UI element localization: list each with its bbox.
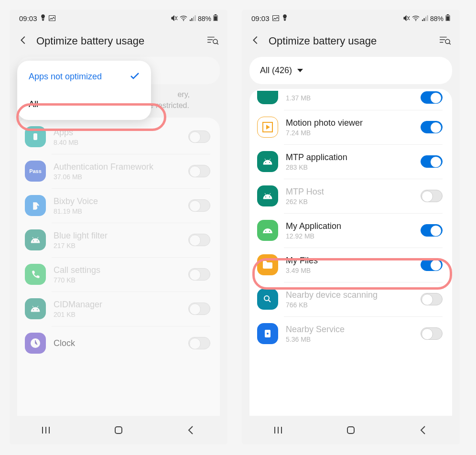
app-row[interactable]: Nearby Service5.36 MB <box>249 316 452 351</box>
optimize-toggle[interactable] <box>421 121 443 133</box>
svg-rect-13 <box>115 427 122 433</box>
app-row[interactable]: Blue light filter217 KB <box>17 223 220 257</box>
phone-left: 09:03 88% Optimize battery usage Apps no… <box>10 10 227 444</box>
nav-home-icon[interactable] <box>345 424 357 438</box>
app-row[interactable]: 1.37 MB <box>249 89 452 110</box>
app-icon <box>257 91 278 104</box>
app-row[interactable]: Clock <box>17 326 220 360</box>
app-name: Clock <box>54 338 181 348</box>
app-name: Apps <box>54 128 181 138</box>
dropdown-item-not-optimized[interactable]: Apps not optimized <box>17 63 151 91</box>
battery-icon <box>445 14 450 22</box>
title-bar: Optimize battery usage <box>242 24 460 57</box>
svg-rect-17 <box>447 14 449 15</box>
status-time: 09:03 <box>251 14 270 22</box>
app-name: My Files <box>286 256 413 266</box>
app-name: MTP application <box>286 152 413 162</box>
svg-point-15 <box>415 20 416 21</box>
nav-recents-icon[interactable] <box>40 424 52 438</box>
svg-point-11 <box>37 309 38 310</box>
app-size: 3.49 MB <box>286 267 413 274</box>
optimize-toggle[interactable] <box>188 303 210 315</box>
app-name: Authentication Framework <box>54 162 181 172</box>
wifi-icon <box>412 15 420 22</box>
app-icon <box>25 264 46 285</box>
optimize-toggle[interactable] <box>421 327 443 340</box>
app-row[interactable]: Nearby device scanning766 KB <box>249 282 452 316</box>
svg-point-9 <box>37 240 38 241</box>
app-icon <box>25 298 46 319</box>
app-icon <box>257 117 278 138</box>
nav-back-icon[interactable] <box>418 424 429 438</box>
dropdown-item-label: All <box>29 99 38 109</box>
nav-bar <box>242 416 460 444</box>
app-size: 262 KB <box>286 198 413 206</box>
app-row[interactable]: Call settings770 KB <box>17 257 220 292</box>
app-row[interactable]: My Files3.49 MB <box>249 248 452 282</box>
optimize-toggle[interactable] <box>188 268 210 281</box>
optimize-toggle[interactable] <box>188 165 210 177</box>
optimize-toggle[interactable] <box>421 224 443 237</box>
app-size: 81.19 MB <box>54 207 181 215</box>
app-size: 12.92 MB <box>286 232 413 240</box>
app-row[interactable]: Bixby Voice81.19 MB <box>17 188 220 223</box>
optimize-toggle[interactable] <box>188 199 210 212</box>
nav-home-icon[interactable] <box>113 424 124 438</box>
optimize-toggle[interactable] <box>421 190 443 202</box>
optimize-toggle[interactable] <box>188 337 210 349</box>
back-icon[interactable] <box>18 35 29 47</box>
app-row[interactable]: MTP Host262 KB <box>249 179 452 213</box>
app-row[interactable]: Motion photo viewer7.24 MB <box>249 110 452 144</box>
app-icon <box>25 229 46 250</box>
app-name: Nearby Service <box>286 325 413 335</box>
optimize-toggle[interactable] <box>421 293 443 305</box>
optimize-toggle[interactable] <box>188 234 210 246</box>
filter-dropdown[interactable]: Apps not optimized All <box>17 61 151 120</box>
app-icon <box>257 289 278 310</box>
app-size: 7.24 MB <box>286 129 413 137</box>
filter-search-icon[interactable] <box>439 35 451 47</box>
app-icon: Pass <box>25 161 46 182</box>
optimize-toggle[interactable] <box>421 155 443 168</box>
app-size: 8.40 MB <box>54 139 181 146</box>
optimize-toggle[interactable] <box>421 259 443 271</box>
app-icon <box>257 323 278 344</box>
app-name: Motion photo viewer <box>286 118 413 128</box>
svg-rect-6 <box>33 133 37 140</box>
filter-dropdown[interactable]: All (426) <box>249 57 452 84</box>
mute-icon <box>403 15 410 22</box>
filter-search-icon[interactable] <box>206 35 219 47</box>
app-row[interactable]: My Application12.92 MB <box>249 213 452 248</box>
bulb-icon <box>40 14 46 22</box>
image-icon <box>49 14 55 22</box>
svg-point-1 <box>183 20 184 21</box>
app-icon <box>25 333 46 354</box>
filter-label: All (426) <box>260 65 292 76</box>
app-row[interactable]: PassAuthentication Framework37.06 MB <box>17 154 220 188</box>
svg-point-26 <box>269 231 270 232</box>
chevron-down-icon <box>297 65 303 76</box>
svg-point-30 <box>267 333 269 335</box>
back-icon[interactable] <box>250 35 261 47</box>
app-size: 217 KB <box>54 242 181 249</box>
app-list[interactable]: 1.37 MBMotion photo viewer7.24 MBMTP app… <box>249 89 452 416</box>
dropdown-item-label: Apps not optimized <box>29 72 102 82</box>
image-icon <box>272 14 279 22</box>
app-name: MTP Host <box>286 187 413 197</box>
dropdown-item-all[interactable]: All <box>17 91 151 118</box>
battery-percent: 88% <box>198 15 211 22</box>
nav-recents-icon[interactable] <box>272 424 284 438</box>
app-row[interactable]: Apps8.40 MB <box>17 118 220 154</box>
app-name: Blue light filter <box>54 231 181 241</box>
app-row[interactable]: MTP application283 KB <box>249 144 452 179</box>
svg-point-25 <box>265 231 266 232</box>
signal-icon <box>422 15 428 22</box>
app-list[interactable]: Apps8.40 MBPassAuthentication Framework3… <box>17 118 220 416</box>
optimize-toggle[interactable] <box>421 91 443 104</box>
app-name: Nearby device scanning <box>286 290 413 300</box>
nav-back-icon[interactable] <box>185 424 197 438</box>
app-row[interactable]: CIDManager201 KB <box>17 292 220 326</box>
optimize-toggle[interactable] <box>188 130 210 143</box>
phone-right: 09:03 88% Optimize battery usage All (42… <box>242 10 460 444</box>
nav-bar <box>10 416 227 444</box>
